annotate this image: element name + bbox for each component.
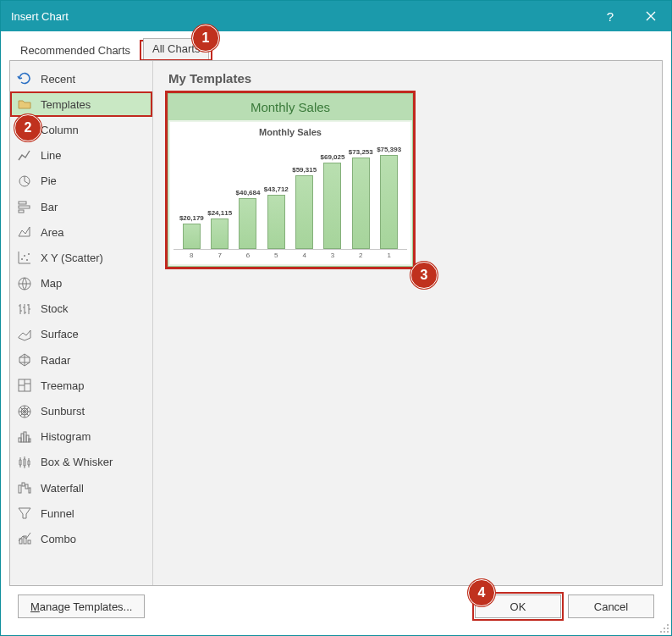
category-label: Radar [41,354,70,367]
svg-rect-4 [19,202,26,204]
category-histogram[interactable]: Histogram [10,424,152,450]
bar-value-label: $40,684 [236,189,261,196]
category-bar[interactable]: Bar [10,194,152,219]
histogram-chart-icon [17,429,32,445]
category-pie[interactable]: Pie [10,169,152,194]
help-button[interactable]: ? [590,1,631,31]
callout-1: 1 [192,25,219,52]
radar-chart-icon [17,352,32,368]
bar-value-label: $73,253 [349,148,373,156]
section-header: My Templates [165,69,650,91]
resize-grip[interactable] [658,622,670,634]
chart-bar: $24,115 [208,209,232,249]
callout-box-3: Monthly Sales Monthly Sales $20,179$24,1… [165,91,416,269]
category-combo[interactable]: Combo [10,526,152,551]
waterfall-chart-icon [17,480,32,495]
bar-value-label: $69,025 [321,153,345,161]
x-tick-label: 1 [377,252,401,259]
svg-point-27 [667,624,669,626]
category-box-whisker[interactable]: Box & Whisker [10,450,152,475]
x-tick-label: 6 [236,252,260,259]
callout-2: 2 [14,114,41,141]
tab-panel: Recent Templates Column Line Pie [9,60,663,586]
x-tick-label: 4 [293,252,317,259]
category-recent[interactable]: Recent [10,66,152,91]
map-chart-icon [17,276,32,291]
category-funnel[interactable]: Funnel [10,501,152,526]
callout-4: 4 [468,579,495,606]
svg-rect-6 [19,210,24,213]
svg-point-8 [24,255,25,257]
bar-rect [352,158,370,249]
bar-rect [380,155,398,249]
category-templates[interactable]: Templates [10,91,152,117]
main-panel: My Templates Monthly Sales Monthly Sales… [153,61,662,585]
chart-inner-title: Monthly Sales [174,127,407,137]
scatter-chart-icon [17,250,32,265]
category-label: Bar [41,201,58,213]
svg-rect-22 [25,484,28,489]
manage-templates-button[interactable]: Manage Templates... [18,595,145,618]
svg-rect-23 [29,488,30,493]
callout-3: 3 [410,262,438,289]
window-title: Insert Chart [11,10,69,23]
chart-x-axis: 87654321 [174,250,407,259]
insert-chart-dialog: Insert Chart ? Recommended Charts All Ch… [0,0,672,636]
category-scatter[interactable]: X Y (Scatter) [10,245,152,270]
svg-point-7 [21,258,23,260]
svg-point-28 [664,628,665,629]
category-surface[interactable]: Surface [10,322,152,347]
dialog-body: Recommended Charts All Charts 1 Recent T… [1,31,671,635]
bar-value-label: $24,115 [207,209,232,217]
category-label: Line [41,149,62,162]
category-treemap[interactable]: Treemap [10,373,152,398]
category-radar[interactable]: Radar [10,347,152,373]
box-whisker-chart-icon [17,455,32,470]
cancel-button[interactable]: Cancel [568,595,654,618]
svg-point-10 [28,253,30,255]
chart-bar: $43,712 [264,185,288,249]
category-sunburst[interactable]: Sunburst [10,398,152,423]
x-tick-label: 5 [264,252,288,259]
x-tick-label: 2 [349,252,372,259]
category-label: Templates [41,98,91,111]
category-stock[interactable]: Stock [10,296,152,322]
close-icon [646,11,656,21]
category-label: Map [41,277,62,290]
bar-rect [267,195,285,249]
titlebar: Insert Chart ? [1,1,671,31]
chart-bars: $20,179$24,115$40,684$43,712$59,315$69,0… [174,141,407,250]
category-label: Recent [41,73,75,86]
folder-icon [17,97,32,112]
window-controls: ? [590,1,671,31]
category-label: Funnel [41,507,74,520]
bar-rect [211,218,229,249]
category-area[interactable]: Area [10,219,152,245]
area-chart-icon [17,224,32,240]
category-waterfall[interactable]: Waterfall [10,475,152,501]
bar-value-label: $59,315 [292,166,317,174]
close-button[interactable] [631,1,671,31]
tab-recommended-charts[interactable]: Recommended Charts [11,40,140,61]
svg-point-29 [667,628,669,629]
category-label: Column [41,124,79,136]
svg-rect-21 [22,483,25,486]
stock-chart-icon [17,301,32,317]
treemap-chart-icon [17,378,32,393]
category-map[interactable]: Map [10,271,152,296]
svg-point-30 [660,631,662,633]
category-label: Treemap [41,379,85,392]
svg-point-9 [26,259,28,261]
category-label: Histogram [41,430,91,443]
category-line[interactable]: Line [10,143,152,169]
chart-bar: $20,179 [179,214,203,249]
chart-bar: $75,393 [377,146,401,249]
chart-bar: $73,253 [349,148,372,249]
category-label: Stock [41,302,69,315]
dialog-footer: Manage Templates... OK Cancel [9,586,663,627]
chart-preview: Monthly Sales $20,179$24,115$40,684$43,7… [170,122,410,264]
chart-template-monthly-sales[interactable]: Monthly Sales Monthly Sales $20,179$24,1… [168,93,413,267]
chart-bar: $59,315 [293,166,317,249]
category-label: Surface [41,328,79,340]
pie-chart-icon [17,174,32,189]
